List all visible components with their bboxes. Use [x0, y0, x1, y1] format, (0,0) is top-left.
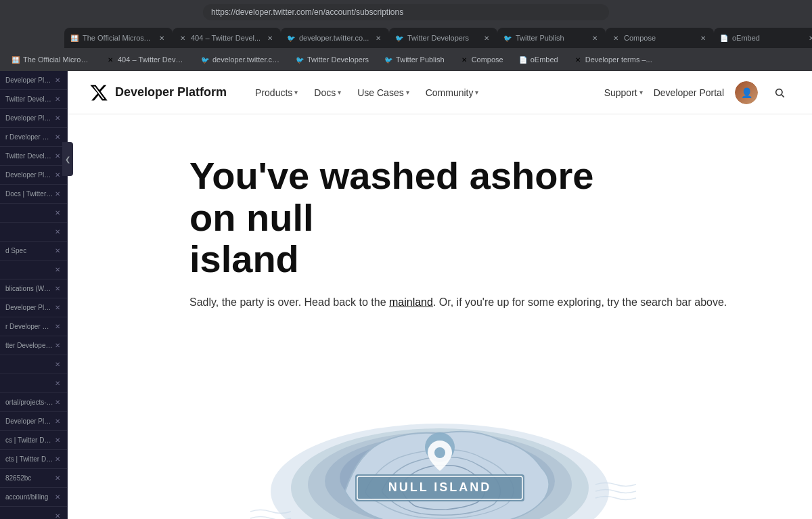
browser-tabs: 🪟 The Official Micros... ✕✕ 404 – Twitte…	[0, 24, 812, 48]
sidebar-item[interactable]: Developer Platfo... ✕	[0, 109, 67, 128]
sidebar-item[interactable]: ✕	[0, 223, 67, 242]
support-chevron-icon: ▾	[639, 89, 643, 96]
sidebar-item-close[interactable]: ✕	[53, 208, 62, 218]
sidebar-item-close[interactable]: ✕	[53, 492, 62, 502]
sidebar-item-close[interactable]: ✕	[53, 151, 62, 161]
nav-link-label: Use Cases	[357, 87, 403, 98]
sidebar-item-close[interactable]: ✕	[53, 454, 62, 464]
x-logo-icon	[89, 83, 108, 102]
browser-tab[interactable]: 🪟 The Official Micros... ✕	[64, 28, 173, 48]
sidebar-item[interactable]: cs | Twitter Devel... ✕	[0, 431, 67, 450]
sidebar-item-close[interactable]: ✕	[53, 113, 62, 123]
sidebar-item[interactable]: blications (WAI-A... ✕	[0, 279, 67, 298]
browser-tab[interactable]: 📄 oEmbed ✕	[714, 28, 812, 48]
url-bar[interactable]: https://developer.twitter.com/en/account…	[203, 4, 609, 20]
sidebar-item-close[interactable]: ✕	[53, 473, 62, 483]
bookmark-item[interactable]: 🐦 Twitter Publish	[378, 53, 450, 66]
sidebar-item-close[interactable]: ✕	[53, 302, 62, 313]
tab-close-button[interactable]: ✕	[481, 32, 492, 43]
bookmark-item[interactable]: ✕ Developer terms –...	[568, 53, 658, 66]
nav-link-use-cases[interactable]: Use Cases ▾	[351, 83, 415, 102]
sidebar-item[interactable]: d Spec ✕	[0, 242, 67, 261]
sidebar-item[interactable]: ✕	[0, 355, 67, 374]
sidebar-item-close[interactable]: ✕	[53, 132, 62, 142]
sidebar-item[interactable]: Twitter Develope... ✕	[0, 147, 67, 166]
browser-sidebar: Developer Platform ✕Twitter Develope... …	[0, 71, 68, 519]
sidebar-item-close[interactable]: ✕	[53, 359, 62, 369]
sidebar-item-close[interactable]: ✕	[53, 227, 62, 237]
sidebar-toggle[interactable]: ❮	[62, 142, 73, 176]
bookmark-item[interactable]: 📄 oEmbed	[513, 53, 564, 66]
sidebar-item[interactable]: ✕	[0, 374, 67, 393]
sidebar-item[interactable]: r Developer Platf... ✕	[0, 128, 67, 147]
sidebar-item-close[interactable]: ✕	[53, 511, 62, 519]
search-button[interactable]	[769, 82, 790, 104]
sidebar-item[interactable]: Docs | Twitter De... ✕	[0, 185, 67, 204]
sidebar-item-text: Developer Platfo...	[5, 418, 53, 425]
tab-close-button[interactable]: ✕	[589, 32, 600, 43]
sidebar-item[interactable]: ✕	[0, 507, 67, 519]
bookmark-item[interactable]: 🐦 developer.twitter.co...	[195, 53, 286, 66]
nav-link-products[interactable]: Products ▾	[248, 83, 304, 102]
sidebar-item-close[interactable]: ✕	[53, 340, 62, 351]
svg-point-11	[434, 447, 445, 458]
bookmark-label: developer.twitter.co...	[212, 55, 280, 64]
site-logo[interactable]: Developer Platform	[89, 83, 227, 102]
sidebar-item-close[interactable]: ✕	[53, 170, 62, 180]
bookmark-label: Twitter Publish	[396, 55, 445, 64]
nav-link-docs[interactable]: Docs ▾	[307, 83, 348, 102]
sidebar-item[interactable]: ortal/projects-and... ✕	[0, 393, 67, 412]
tab-close-button[interactable]: ✕	[265, 32, 275, 43]
sidebar-item[interactable]: tter Developer Pla... ✕	[0, 336, 67, 355]
tab-favicon: ✕	[611, 33, 621, 43]
sidebar-item[interactable]: Twitter Develope... ✕	[0, 90, 67, 109]
sidebar-item-close[interactable]: ✕	[53, 75, 62, 85]
tab-close-button[interactable]: ✕	[373, 32, 384, 43]
bookmark-item[interactable]: 🐦 Twitter Developers	[290, 53, 374, 66]
browser-tab[interactable]: ✕ Compose ✕	[606, 28, 714, 48]
tab-close-button[interactable]: ✕	[698, 32, 708, 43]
tab-favicon: 📄	[719, 33, 729, 43]
bookmark-item[interactable]: ✕ 404 – Twitter Devel...	[100, 53, 191, 66]
user-avatar[interactable]: 👤	[735, 81, 758, 104]
site-nav-right: Support ▾ Developer Portal 👤	[604, 81, 790, 104]
sidebar-item-close[interactable]: ✕	[53, 416, 62, 426]
site-logo-text: Developer Platform	[115, 85, 227, 99]
tab-close-button[interactable]: ✕	[806, 32, 812, 43]
nav-link-community[interactable]: Community ▾	[419, 83, 486, 102]
sidebar-item[interactable]: ✕	[0, 261, 67, 279]
sidebar-item-close[interactable]: ✕	[53, 189, 62, 199]
sidebar-item-close[interactable]: ✕	[53, 397, 62, 407]
dev-portal-link[interactable]: Developer Portal	[654, 87, 724, 98]
sidebar-item[interactable]: account/billing ✕	[0, 488, 67, 507]
browser-tab[interactable]: ✕ 404 – Twitter Devel... ✕	[173, 28, 281, 48]
support-menu[interactable]: Support ▾	[604, 87, 643, 98]
sidebar-item[interactable]: Developer Platform ✕	[0, 71, 67, 90]
browser-bookmarks: 🪟 The Official Micros...✕ 404 – Twitter …	[0, 48, 812, 71]
sidebar-item-close[interactable]: ✕	[53, 435, 62, 445]
sidebar-item[interactable]: cts | Twitter Devel... ✕	[0, 450, 67, 469]
site-nav: Developer Platform Products ▾Docs ▾Use C…	[68, 71, 812, 114]
sidebar-item[interactable]: 82652bc ✕	[0, 469, 67, 488]
bookmark-item[interactable]: ✕ Compose	[454, 53, 509, 66]
bookmark-label: Compose	[472, 55, 503, 64]
browser-tab[interactable]: 🐦 Twitter Publish ✕	[497, 28, 606, 48]
sidebar-item[interactable]: Developer Platfo... ✕	[0, 298, 67, 317]
sidebar-item[interactable]: Developer Platfo... ✕	[0, 412, 67, 431]
sidebar-item-close[interactable]: ✕	[53, 284, 62, 294]
sidebar-item-close[interactable]: ✕	[53, 321, 62, 332]
sidebar-item-text: cs | Twitter Devel...	[5, 436, 53, 444]
browser-tab[interactable]: 🐦 developer.twitter.co... ✕	[281, 28, 389, 48]
tab-close-button[interactable]: ✕	[156, 32, 167, 43]
sidebar-item-close[interactable]: ✕	[53, 246, 62, 256]
sidebar-item-close[interactable]: ✕	[53, 378, 62, 388]
sidebar-item[interactable]: ✕	[0, 204, 67, 223]
sidebar-item-close[interactable]: ✕	[53, 265, 62, 275]
sidebar-item-close[interactable]: ✕	[53, 94, 62, 104]
sidebar-item[interactable]: Developer Platfo... ✕	[0, 166, 67, 185]
mainland-link[interactable]: mainland	[389, 296, 433, 308]
sidebar-item[interactable]: r Developer Platf... ✕	[0, 317, 67, 336]
tab-favicon: 🐦	[394, 33, 404, 43]
bookmark-item[interactable]: 🪟 The Official Micros...	[5, 53, 96, 66]
browser-tab[interactable]: 🐦 Twitter Developers ✕	[389, 28, 497, 48]
